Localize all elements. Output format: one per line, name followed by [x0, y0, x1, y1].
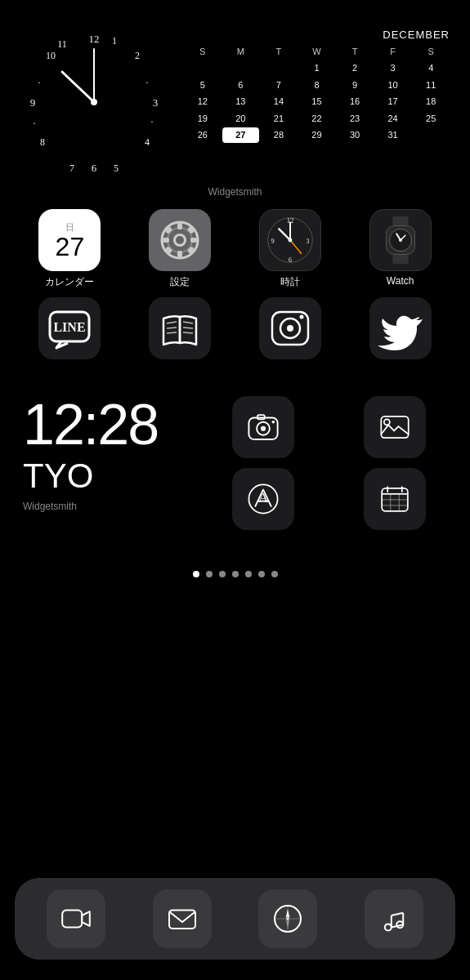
cal-4: 4	[412, 60, 450, 76]
app-row-1: 日 27 カレンダー	[0, 209, 470, 289]
cal-7: 7	[260, 78, 298, 93]
calendar-grid: S M T W T F S - - - 1 2 3 4 5 6 7 8 9 10…	[184, 44, 450, 143]
app-calendar[interactable]: 日 27 カレンダー	[25, 209, 114, 289]
city-display: TYO	[23, 457, 186, 496]
dock-safari[interactable]	[258, 889, 317, 948]
cal-29: 29	[298, 127, 336, 143]
app-watch[interactable]: Watch	[356, 209, 445, 289]
svg-line-16	[62, 72, 94, 102]
cal-17: 17	[374, 94, 412, 109]
app-line[interactable]: LINE	[25, 297, 114, 363]
svg-line-56	[167, 332, 177, 333]
cal-23: 23	[336, 111, 374, 127]
app-photos-small[interactable]	[334, 396, 456, 458]
cal-3: 3	[374, 60, 412, 76]
cal-today: 27	[222, 127, 260, 143]
clock-app-label: 時計	[280, 275, 300, 289]
svg-line-59	[183, 332, 193, 333]
cal-20: 20	[222, 111, 260, 127]
app-books[interactable]	[135, 297, 225, 363]
watch-app-icon[interactable]	[369, 209, 432, 271]
books-app-icon[interactable]	[149, 297, 211, 359]
svg-text:12: 12	[89, 33, 100, 45]
cal-31: 31	[374, 127, 412, 143]
cal2-small-icon[interactable]	[364, 468, 426, 530]
dot-5[interactable]	[245, 571, 252, 577]
app-camera-small[interactable]	[203, 396, 325, 458]
svg-rect-26	[190, 238, 197, 243]
app-cal2-small[interactable]	[334, 468, 456, 530]
cal-header-w: W	[298, 44, 336, 60]
cal-26: 26	[184, 127, 222, 143]
clock-app-icon[interactable]: 12 3 6 9	[259, 209, 321, 271]
cal-19: 19	[184, 111, 222, 127]
svg-text:.: .	[38, 74, 41, 86]
dot-6[interactable]	[258, 571, 265, 577]
svg-text:.: .	[151, 114, 154, 125]
calendar-app-label: カレンダー	[45, 275, 94, 289]
svg-text:6: 6	[289, 256, 292, 264]
cal-10: 10	[374, 78, 412, 93]
svg-text:10: 10	[46, 50, 56, 61]
svg-text:4: 4	[145, 136, 150, 148]
cal-8: 8	[298, 78, 336, 93]
settings-app-icon[interactable]	[149, 209, 211, 271]
svg-text:.: .	[34, 115, 36, 127]
svg-text:2: 2	[135, 50, 140, 61]
svg-text:7: 7	[69, 163, 74, 174]
app-clock[interactable]: 12 3 6 9 時計	[245, 209, 335, 289]
dot-4[interactable]	[232, 571, 239, 577]
dock-facetime[interactable]	[47, 889, 105, 948]
cal-day-num: 27	[56, 234, 85, 260]
svg-line-55	[167, 327, 177, 328]
dot-2[interactable]	[206, 571, 213, 577]
calendar-app-icon[interactable]: 日 27	[38, 209, 101, 271]
svg-point-18	[91, 99, 97, 105]
small-icons-grid: A	[203, 388, 455, 530]
cal-header-t1: T	[260, 44, 298, 60]
cal-5: 5	[184, 78, 222, 93]
svg-point-64	[299, 315, 303, 319]
svg-point-48	[399, 238, 402, 242]
appstore-small-icon[interactable]: A	[232, 468, 294, 530]
watch-app-label: Watch	[387, 275, 414, 287]
svg-text:1: 1	[112, 35, 117, 47]
cal-11: 11	[412, 78, 450, 93]
dot-1[interactable]	[193, 571, 199, 577]
time-city-widget[interactable]: 12:28 TYO Widgetsmith	[15, 388, 195, 530]
calendar-month: DECEMBER	[184, 29, 450, 41]
dot-3[interactable]	[219, 571, 226, 577]
svg-rect-24	[177, 251, 182, 257]
clock-widget[interactable]: 12 3 6 9 2 10 4 8 1 . . . . 7 5 11	[16, 24, 172, 180]
camera-small-icon[interactable]	[232, 396, 294, 458]
instagram-app-icon[interactable]	[259, 297, 321, 359]
twitter-app-icon[interactable]	[369, 297, 432, 359]
app-settings[interactable]: 設定	[135, 209, 225, 289]
svg-text:9: 9	[271, 238, 275, 245]
calendar-widget[interactable]: DECEMBER S M T W T F S - - - 1 2 3 4 5 6…	[180, 24, 454, 147]
cal-empty3: -	[260, 60, 298, 76]
app-appstore-small[interactable]: A	[203, 468, 325, 530]
svg-text:6: 6	[92, 162, 97, 174]
cal-24: 24	[374, 111, 412, 127]
dock-music[interactable]	[365, 889, 423, 948]
svg-rect-23	[177, 223, 182, 229]
settings-app-label: 設定	[170, 275, 190, 289]
cal-14: 14	[260, 94, 298, 109]
svg-rect-85	[62, 911, 82, 928]
dock-mail[interactable]	[153, 889, 212, 948]
cal-header-f: F	[374, 44, 412, 60]
dot-7[interactable]	[271, 571, 278, 577]
app-twitter[interactable]	[356, 297, 445, 363]
cal-25: 25	[412, 111, 450, 127]
svg-text:3: 3	[306, 238, 309, 245]
photos-small-icon[interactable]	[364, 396, 426, 458]
cal-16: 16	[336, 94, 374, 109]
svg-point-72	[384, 419, 390, 425]
cal-28: 28	[260, 127, 298, 143]
cal-22: 22	[298, 111, 336, 127]
widgetsmith-label-top: Widgetsmith	[0, 186, 470, 198]
svg-point-70	[272, 421, 275, 424]
app-instagram[interactable]	[245, 297, 335, 363]
line-app-icon[interactable]: LINE	[38, 297, 101, 359]
